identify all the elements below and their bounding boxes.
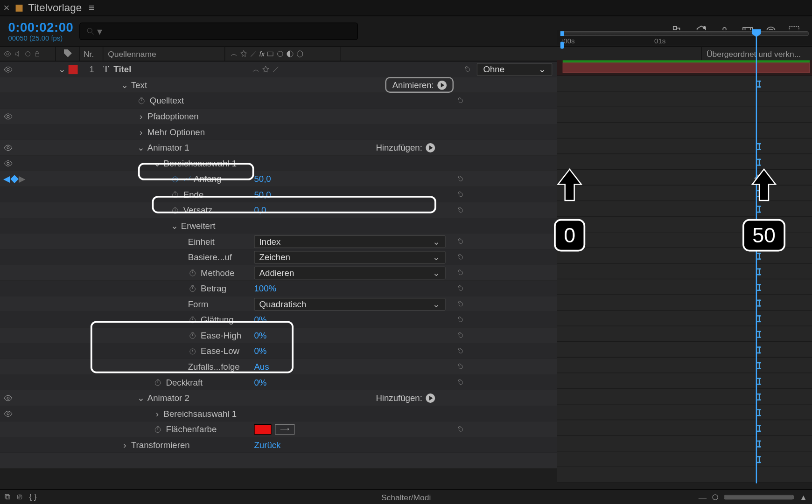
stopwatch-icon[interactable] — [188, 268, 197, 277]
expression-icon[interactable] — [454, 95, 464, 105]
expression-icon[interactable] — [454, 236, 464, 247]
group-pfad[interactable]: Pfadoptionen — [147, 111, 199, 121]
eyedropper-icon[interactable]: ⟶ — [275, 424, 294, 434]
fill-color-swatch[interactable] — [254, 424, 271, 434]
stopwatch-icon[interactable] — [188, 315, 197, 324]
expression-icon[interactable] — [454, 252, 464, 262]
expression-icon[interactable] — [454, 268, 464, 278]
add-button-2[interactable]: Hinzufügen: — [376, 393, 435, 403]
group-mehr[interactable]: Mehr Optionen — [147, 127, 205, 137]
group-erweitert[interactable]: Erweitert — [181, 221, 216, 231]
work-area-bar[interactable] — [560, 31, 809, 36]
stopwatch-icon[interactable] — [153, 424, 162, 434]
val-versatz[interactable]: 0,0 — [254, 205, 266, 215]
expression-icon[interactable] — [454, 189, 464, 200]
expression-icon[interactable] — [454, 424, 464, 434]
expression-icon[interactable] — [454, 173, 464, 184]
prop-betrag[interactable]: Betrag — [201, 283, 226, 293]
add-button-1[interactable]: Hinzufügen: — [376, 143, 435, 152]
panel-menu-icon[interactable]: ≡ — [89, 2, 95, 14]
chevron-down-icon[interactable]: ⌄ — [137, 393, 145, 403]
stopwatch-icon[interactable] — [188, 283, 197, 293]
chevron-right-icon[interactable]: › — [137, 111, 145, 121]
val-easehigh[interactable]: 0% — [254, 331, 266, 340]
layer-bar[interactable] — [557, 60, 812, 76]
expression-icon[interactable] — [454, 330, 464, 340]
eye-icon[interactable] — [3, 143, 13, 152]
time-ruler[interactable]: :00s 01s — [557, 30, 812, 45]
layer-name[interactable]: Titel — [113, 64, 131, 74]
prop-ende[interactable]: Ende — [183, 189, 204, 199]
val-deckkraft[interactable]: 0% — [254, 377, 266, 387]
switches-modes-toggle[interactable]: Schalter/Modi — [381, 492, 431, 502]
group-text[interactable]: Text — [131, 80, 147, 90]
prop-deckkraft[interactable]: Deckkraft — [166, 377, 203, 387]
toggle-modes-icon[interactable]: ⎚ — [17, 492, 22, 502]
playhead[interactable] — [756, 31, 757, 483]
expression-icon[interactable] — [454, 361, 464, 372]
expression-icon[interactable] — [454, 314, 464, 324]
keyframe-nav[interactable]: ◀▶ — [3, 173, 25, 184]
val-easelow[interactable]: 0% — [254, 346, 266, 356]
eye-icon[interactable] — [3, 65, 13, 74]
expression-icon[interactable] — [454, 345, 464, 356]
chevron-right-icon[interactable]: › — [153, 408, 161, 418]
brace-icon[interactable]: { } — [29, 492, 36, 502]
prop-form[interactable]: Form — [188, 299, 209, 309]
group-transform[interactable]: Transformieren — [131, 440, 190, 449]
chevron-down-icon[interactable]: ⌄ — [121, 80, 129, 90]
val-ende[interactable]: 50,0 — [254, 189, 271, 199]
prop-easehigh[interactable]: Ease-High — [201, 331, 241, 340]
expression-icon[interactable] — [454, 377, 464, 387]
prop-methode[interactable]: Methode — [201, 268, 235, 277]
work-area-start-handle[interactable] — [560, 31, 564, 36]
comp-title[interactable]: Titelvorlage — [28, 2, 82, 14]
group-range2[interactable]: Bereichsauswahl 1 — [164, 408, 237, 418]
timecode-value[interactable]: 0:00:02:00 — [8, 21, 73, 35]
methode-dropdown[interactable]: Addieren⌄ — [254, 266, 445, 279]
current-time[interactable]: 0:00:02:00 00050 (25.00 fps) — [8, 21, 73, 42]
timecode-frames[interactable]: 00050 (25.00 fps) — [8, 34, 73, 42]
einheit-dropdown[interactable]: Index⌄ — [254, 235, 445, 248]
group-animator1[interactable]: Animator 1 — [147, 143, 189, 152]
zoom-level-icon[interactable] — [713, 494, 718, 500]
in-point-handle[interactable] — [560, 41, 564, 48]
expression-icon[interactable] — [454, 299, 464, 309]
expression-icon[interactable] — [454, 205, 464, 215]
prop-quelltext[interactable]: Quelltext — [150, 96, 184, 105]
stopwatch-icon[interactable] — [137, 96, 146, 105]
group-range1[interactable]: Bereichsauswahl 1 — [164, 158, 237, 168]
toggle-switches-icon[interactable]: ⧉ — [5, 492, 10, 502]
prop-fillcolor[interactable]: Flächenfarbe — [166, 424, 217, 434]
close-tab-button[interactable]: × — [3, 2, 9, 14]
stopwatch-icon[interactable] — [170, 206, 180, 215]
chevron-down-icon[interactable]: ⌄ — [153, 158, 161, 168]
form-dropdown[interactable]: Quadratisch⌄ — [254, 297, 445, 310]
val-betrag[interactable]: 100% — [254, 283, 276, 293]
keyframe-diamond[interactable] — [563, 174, 570, 182]
eye-icon[interactable] — [3, 111, 13, 121]
eye-icon[interactable] — [3, 393, 13, 402]
label-icon[interactable] — [63, 48, 73, 60]
stopwatch-icon[interactable] — [170, 174, 180, 184]
prop-anfang[interactable]: Anfang — [194, 174, 221, 184]
zoom-slider[interactable] — [724, 495, 793, 499]
graph-icon[interactable] — [183, 175, 191, 183]
chevron-right-icon[interactable]: › — [137, 127, 145, 137]
basiere-dropdown[interactable]: Zeichen⌄ — [254, 251, 445, 263]
eye-icon[interactable] — [3, 409, 13, 418]
stopwatch-icon[interactable] — [188, 331, 197, 340]
val-anfang[interactable]: 50,0 — [254, 174, 271, 184]
chevron-down-icon[interactable]: ⌄ — [58, 64, 66, 74]
search-input[interactable]: ▾ — [79, 22, 358, 40]
stopwatch-icon[interactable] — [153, 378, 162, 387]
eye-icon[interactable] — [3, 159, 13, 168]
stopwatch-icon[interactable] — [188, 346, 197, 356]
prop-basiere[interactable]: Basiere...uf — [188, 252, 232, 262]
val-glaettung[interactable]: 0% — [254, 315, 266, 324]
col-source[interactable]: Quellenname — [103, 47, 225, 61]
chevron-right-icon[interactable]: › — [121, 440, 129, 449]
pickwhip-icon[interactable] — [461, 64, 471, 74]
zoom-out-icon[interactable]: — — [699, 492, 707, 502]
chevron-down-icon[interactable]: ⌄ — [170, 221, 178, 231]
